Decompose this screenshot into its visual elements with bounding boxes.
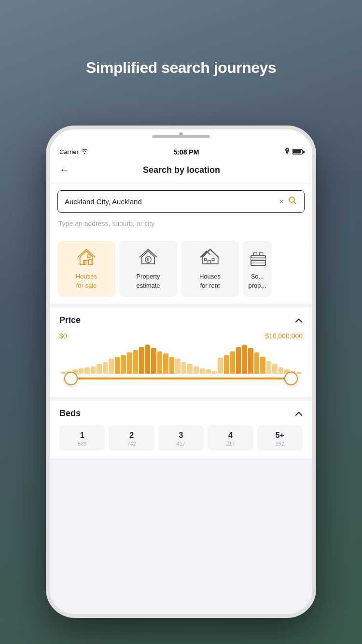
- histogram-bar: [187, 364, 193, 374]
- histogram-bar: [212, 371, 217, 373]
- price-section-title: Price: [59, 315, 81, 325]
- histogram-bar: [151, 348, 156, 373]
- histogram-bar: [272, 364, 278, 374]
- divider-1: [50, 304, 312, 308]
- histogram-bar: [91, 366, 96, 374]
- app-header: ← Search by location: [50, 158, 312, 183]
- histogram-bar: [157, 351, 163, 374]
- beds-chevron-icon[interactable]: [295, 408, 303, 419]
- histogram-bar: [242, 345, 247, 374]
- property-estimate-icon: $: [138, 248, 159, 269]
- histogram-bar: [278, 367, 284, 374]
- status-right: [284, 148, 303, 156]
- hero-title: Simplified search journeys: [0, 58, 362, 78]
- search-placeholder[interactable]: Type an address, suburb, or city: [57, 218, 305, 231]
- histogram-bar: [194, 366, 199, 374]
- histogram-bar: [224, 355, 229, 374]
- bed-count: 152: [260, 441, 300, 447]
- price-range-track[interactable]: [71, 378, 291, 379]
- histogram-bar: [200, 368, 205, 374]
- svg-rect-5: [208, 260, 210, 264]
- page-title: Search by location: [75, 165, 288, 175]
- bed-number: 4: [210, 431, 250, 440]
- price-labels: $0 $10,000,000: [59, 332, 303, 340]
- battery-icon: [292, 149, 303, 154]
- svg-rect-7: [212, 258, 214, 260]
- price-range-thumb-left[interactable]: [64, 372, 78, 385]
- histogram-bar: [175, 359, 181, 374]
- histogram-bar: [139, 347, 144, 374]
- bed-count: 742: [111, 441, 151, 447]
- histogram-bar: [103, 362, 108, 374]
- bed-option-4[interactable]: 4217: [208, 425, 253, 450]
- price-range-thumb-right[interactable]: [284, 372, 298, 385]
- histogram-bar: [248, 348, 253, 373]
- status-bar: Carrier 5:08 PM: [50, 144, 312, 158]
- status-left: Carrier: [59, 148, 88, 155]
- category-houses-sale[interactable]: Housesfor sale: [57, 241, 115, 297]
- category-row: Housesfor sale $ Propertyestimate: [50, 236, 312, 304]
- bed-count: 217: [210, 441, 250, 447]
- histogram-bar: [218, 358, 223, 374]
- beds-section-header: Beds: [59, 408, 303, 419]
- histogram-bar: [79, 368, 84, 374]
- bed-option-1[interactable]: 1539: [59, 425, 105, 450]
- houses-rent-icon: [199, 248, 221, 269]
- category-label-rent: Housesfor rent: [199, 273, 221, 289]
- price-section-header: Price: [59, 315, 303, 325]
- category-label-sold: So...prop...: [249, 273, 266, 289]
- price-section: Price $0 $10,000,000: [50, 308, 312, 397]
- histogram-bar: [266, 361, 272, 374]
- histogram-bar: [145, 345, 151, 374]
- wifi-icon: [81, 148, 88, 155]
- price-histogram: [59, 345, 303, 374]
- search-area: Auckland City, Auckland × Type an addres…: [50, 183, 312, 236]
- histogram-bar: [115, 357, 120, 374]
- histogram-bar: [260, 357, 265, 374]
- location-icon: [284, 148, 290, 156]
- bed-count: 539: [62, 441, 102, 447]
- category-houses-rent[interactable]: Housesfor rent: [181, 241, 239, 297]
- histogram-bar: [84, 367, 90, 374]
- histogram-bar: [133, 350, 139, 374]
- histogram-bar: [169, 357, 175, 374]
- back-button[interactable]: ←: [59, 164, 70, 176]
- histogram-bar: [60, 372, 66, 374]
- histogram-bar: [206, 369, 211, 374]
- price-min-label: $0: [59, 332, 67, 340]
- svg-rect-2: [88, 255, 90, 257]
- histogram-bar: [127, 352, 132, 374]
- divider-2: [50, 397, 312, 401]
- houses-sale-icon: [76, 248, 97, 269]
- beds-options-row: 15392742341742175+152: [59, 425, 303, 450]
- bed-count: 417: [161, 441, 201, 447]
- category-sold[interactable]: So...prop...: [243, 241, 272, 297]
- category-label-sale: Housesfor sale: [76, 273, 97, 289]
- price-chevron-icon[interactable]: [295, 315, 303, 325]
- bed-number: 3: [161, 431, 201, 440]
- price-max-label: $10,000,000: [265, 332, 303, 340]
- bed-option-3[interactable]: 3417: [158, 425, 204, 450]
- histogram-bar: [181, 362, 187, 374]
- svg-rect-11: [251, 258, 265, 260]
- bed-option-5plus[interactable]: 5+152: [257, 425, 303, 450]
- carrier-label: Carrier: [59, 148, 79, 155]
- category-label-estimate: Propertyestimate: [136, 273, 160, 289]
- bed-option-2[interactable]: 2742: [109, 425, 154, 450]
- sold-properties-icon: [248, 248, 269, 269]
- search-clear-button[interactable]: ×: [279, 197, 284, 206]
- histogram-bar: [97, 364, 102, 374]
- phone-frame: Carrier 5:08 PM: [46, 126, 316, 618]
- search-icon[interactable]: [288, 196, 297, 208]
- histogram-bar: [121, 355, 126, 374]
- search-input-container[interactable]: Auckland City, Auckland ×: [57, 190, 305, 213]
- phone-screen: Carrier 5:08 PM: [50, 144, 312, 614]
- search-input-value[interactable]: Auckland City, Auckland: [65, 197, 279, 206]
- category-property-estimate[interactable]: $ Propertyestimate: [119, 241, 177, 297]
- bed-number: 5+: [260, 431, 300, 440]
- beds-section-title: Beds: [59, 408, 81, 419]
- histogram-bar: [163, 353, 168, 373]
- histogram-bar: [230, 351, 235, 374]
- histogram-bar: [254, 352, 260, 374]
- beds-section: Beds 15392742341742175+152: [50, 401, 312, 458]
